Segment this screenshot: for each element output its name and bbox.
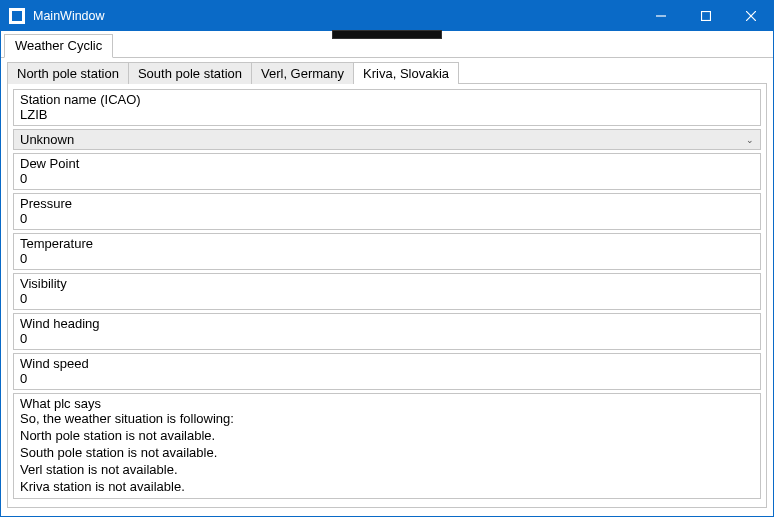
plc-text: So, the weather situation is following: … [20,411,754,495]
tab-label: Weather Cyclic [15,38,102,53]
tab-label: Verl, Germany [261,66,344,81]
tab-south-pole[interactable]: South pole station [128,62,252,84]
field-label: Dew Point [20,156,754,171]
field-value: 0 [20,171,754,186]
field-value: 0 [20,291,754,306]
plc-group: What plc says So, the weather situation … [13,393,761,499]
inner-tab-content: Station name (ICAO) LZIB Unknown ⌄ Dew P… [7,83,767,508]
visibility-group: Visibility 0 [13,273,761,310]
field-value: 0 [20,251,754,266]
field-value: 0 [20,371,754,386]
combo-selected: Unknown [20,132,74,147]
plc-label: What plc says [20,396,754,411]
maximize-button[interactable] [683,1,728,31]
station-name-value: LZIB [20,107,754,122]
tab-verl[interactable]: Verl, Germany [251,62,354,84]
inner-tab-strip: North pole station South pole station Ve… [7,62,767,84]
field-label: Pressure [20,196,754,211]
field-value: 0 [20,331,754,346]
wind-speed-group: Wind speed 0 [13,353,761,390]
tab-kriva[interactable]: Kriva, Slovakia [353,62,459,84]
svg-rect-1 [701,12,710,21]
close-button[interactable] [728,1,773,31]
tab-north-pole[interactable]: North pole station [7,62,129,84]
wind-heading-group: Wind heading 0 [13,313,761,350]
minimize-button[interactable] [638,1,683,31]
field-label: Temperature [20,236,754,251]
outer-tab-content: North pole station South pole station Ve… [1,58,773,514]
temperature-group: Temperature 0 [13,233,761,270]
client-area: Weather Cyclic North pole station South … [1,31,773,514]
window-controls [638,1,773,31]
station-name-group: Station name (ICAO) LZIB [13,89,761,126]
field-value: 0 [20,211,754,226]
status-combo-row: Unknown ⌄ [13,129,761,150]
tab-label: North pole station [17,66,119,81]
tab-label: South pole station [138,66,242,81]
title-bar: MainWindow [1,1,773,31]
chevron-down-icon: ⌄ [746,135,754,145]
pressure-group: Pressure 0 [13,193,761,230]
tab-label: Kriva, Slovakia [363,66,449,81]
tab-weather-cyclic[interactable]: Weather Cyclic [4,34,113,58]
dew-point-group: Dew Point 0 [13,153,761,190]
outer-tab-strip: Weather Cyclic [1,31,773,58]
station-name-label: Station name (ICAO) [20,92,754,107]
field-label: Wind heading [20,316,754,331]
status-combo[interactable]: Unknown ⌄ [13,129,761,150]
app-icon [9,8,25,24]
window-title: MainWindow [33,9,105,23]
field-label: Wind speed [20,356,754,371]
field-label: Visibility [20,276,754,291]
